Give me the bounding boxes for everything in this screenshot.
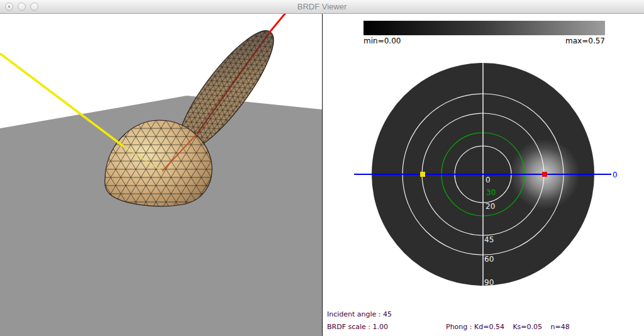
colorbar-min-label: min=0.00 — [364, 36, 401, 45]
phong-kd-value: Phong : Kd=0.54 — [446, 323, 504, 331]
reflection-direction-marker — [542, 172, 547, 177]
close-button[interactable] — [5, 3, 13, 11]
ring-label-45: 45 — [484, 235, 494, 244]
brdf-scale-readout: BRDF scale : 1.00 — [327, 323, 388, 331]
ring-label-30: 30 — [486, 188, 496, 197]
traffic-lights — [5, 3, 38, 11]
viewport-3d-canvas — [0, 14, 322, 336]
incident-angle-readout: Incident angle : 45 — [327, 310, 392, 318]
ring-label-20: 20 — [486, 202, 495, 211]
polar-canvas: min=0.00 max=0.57 0 30 — [323, 14, 644, 336]
window-title: BRDF Viewer — [0, 0, 644, 13]
titlebar: BRDF Viewer — [0, 0, 644, 14]
main-content: min=0.00 max=0.57 0 30 — [0, 14, 644, 336]
brdf-viewer-window: BRDF Viewer — [0, 0, 644, 336]
colorbar — [364, 21, 605, 35]
axis-end-label: 0 — [613, 171, 618, 179]
minimize-button[interactable] — [18, 3, 26, 11]
ring-label-60: 60 — [484, 255, 494, 264]
ring-label-0: 0 — [486, 176, 491, 184]
phong-ks-value: Ks=0.05 — [513, 323, 542, 331]
zoom-button[interactable] — [30, 3, 38, 11]
incident-direction-marker — [420, 172, 425, 177]
phong-parameters-readout: Phong : Kd=0.54 Ks=0.05 n=48 — [446, 323, 570, 331]
ring-label-90: 90 — [484, 278, 494, 287]
viewport-polar[interactable]: min=0.00 max=0.57 0 30 — [323, 14, 644, 336]
phong-n-value: n=48 — [551, 323, 570, 331]
viewport-3d[interactable] — [0, 14, 322, 336]
colorbar-max-label: max=0.57 — [565, 36, 605, 45]
